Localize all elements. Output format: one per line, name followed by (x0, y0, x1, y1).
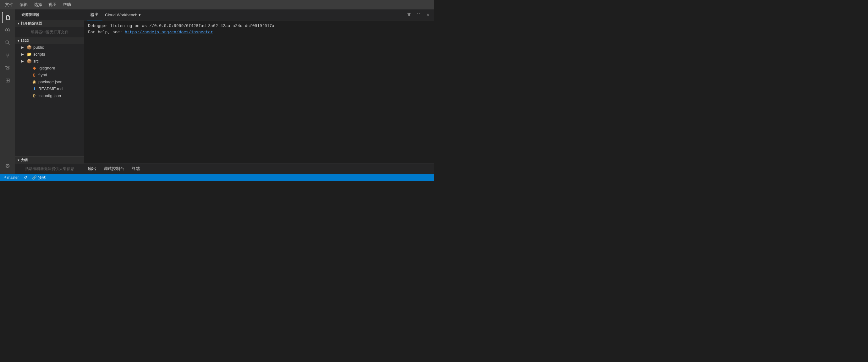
gitignore-icon: ◆ (31, 65, 37, 71)
gitignore-label: .gitignore (38, 66, 55, 70)
output-dropdown-arrow: ▾ (138, 12, 141, 17)
activity-settings[interactable]: ⚙ (2, 160, 13, 172)
menu-edit[interactable]: 编辑 (17, 1, 30, 8)
open-editors-section: ▾ 打开的编辑器 编辑器中暂无打开文件 (15, 20, 84, 37)
tree-item-scripts[interactable]: ▶ 📁 scripts (15, 51, 84, 58)
readme-label: README.md (38, 86, 63, 91)
output-line-2-prefix: For help, see: (88, 30, 125, 35)
src-label: src (33, 59, 39, 63)
outline-label: 大纲 (21, 158, 28, 162)
tree-item-src[interactable]: ▶ 📦 src (15, 58, 84, 64)
status-preview[interactable]: 🔗 预览 (31, 174, 47, 181)
tree-item-gitignore[interactable]: ▶ ◆ .gitignore (15, 64, 84, 71)
open-editors-label: 打开的编辑器 (21, 21, 42, 26)
activity-search[interactable] (2, 37, 13, 49)
git-branch-label: master (7, 175, 19, 180)
fyml-label: f.yml (38, 72, 47, 77)
output-close-button[interactable]: ✕ (425, 11, 432, 18)
output-panel: 输出 Cloud Workbench ▾ (84, 9, 434, 174)
public-chevron: ▶ (21, 46, 26, 49)
menu-view[interactable]: 视图 (46, 1, 59, 8)
main-area: ⑂ ⊞ ⚙ 资源管理器 ▾ 打开的编辑器 编辑器中暂无打开文件 (0, 9, 434, 174)
public-label: public (33, 45, 44, 50)
file-tree-root-header[interactable]: ▾ 1323 (15, 37, 84, 44)
public-folder-icon: 📦 (26, 44, 32, 50)
menu-select[interactable]: 选择 (31, 1, 44, 8)
file-tree-chevron: ▾ (18, 39, 20, 42)
output-source-label: Cloud Workbench (105, 12, 137, 17)
tab-output[interactable]: 输出 (84, 163, 100, 174)
menu-file[interactable]: 文件 (2, 1, 16, 8)
activity-git[interactable]: ⑂ (2, 50, 13, 61)
sync-icon: ↺ (24, 175, 27, 180)
file-tree: ▾ 1323 ▶ 📦 public ▶ 📁 scripts ▶ (15, 37, 84, 156)
output-line-1: Debugger listening on ws://0.0.0.0:9999/… (88, 23, 430, 29)
menu-bar: 文件 编辑 选择 视图 帮助 (0, 0, 434, 9)
open-editors-header[interactable]: ▾ 打开的编辑器 (15, 20, 84, 27)
output-content: Debugger listening on ws://0.0.0.0:9999/… (84, 21, 434, 163)
output-line-2: For help, see: https://nodejs.org/en/doc… (88, 29, 430, 35)
outline-empty: 活动编辑器无法提供大纲信息 (15, 164, 84, 174)
preview-link-icon: 🔗 (32, 175, 37, 180)
status-branch[interactable]: ⑂ master (2, 174, 20, 181)
open-editors-empty: 编辑器中暂无打开文件 (15, 27, 84, 37)
output-clear-button[interactable] (406, 11, 413, 18)
tree-item-public[interactable]: ▶ 📦 public (15, 44, 84, 51)
tree-item-readme[interactable]: ▶ ℹ README.md (15, 85, 84, 92)
sidebar-title: 资源管理器 (15, 9, 84, 20)
output-source-dropdown[interactable]: Cloud Workbench ▾ (105, 12, 141, 17)
activity-explorer[interactable] (2, 12, 13, 23)
file-tree-root-label: 1323 (21, 39, 29, 42)
tree-item-tsconfig[interactable]: ▶ {} tsconfig.json (15, 92, 84, 99)
tree-item-fyml[interactable]: ▶ {} f.yml (15, 71, 84, 78)
tsconfig-label: tsconfig.json (38, 93, 61, 98)
tsconfig-icon: {} (31, 93, 37, 98)
outline-section: ▾ 大纲 活动编辑器无法提供大纲信息 (15, 156, 84, 174)
status-sync[interactable]: ↺ (23, 174, 28, 181)
activity-extensions[interactable]: ⊞ (2, 75, 13, 86)
readme-icon: ℹ (31, 86, 37, 91)
output-header: 输出 Cloud Workbench ▾ (84, 9, 434, 21)
git-branch-icon: ⑂ (4, 175, 6, 180)
activity-file[interactable] (2, 25, 13, 36)
scripts-folder-icon: 📁 (26, 51, 32, 57)
activity-debug[interactable] (2, 62, 13, 73)
open-editors-chevron: ▾ (18, 22, 20, 25)
output-actions: ✕ (406, 11, 432, 18)
output-tab-output[interactable]: 输出 (87, 9, 102, 21)
outline-chevron: ▾ (18, 158, 20, 162)
outline-header[interactable]: ▾ 大纲 (15, 156, 84, 164)
scripts-label: scripts (33, 52, 45, 57)
tree-item-packagejson[interactable]: ▶ ◉ package.json (15, 78, 84, 85)
tab-debug-console[interactable]: 调试控制台 (100, 163, 128, 174)
activity-bar: ⑂ ⊞ ⚙ (0, 9, 15, 174)
src-chevron: ▶ (21, 59, 26, 63)
preview-label: 预览 (38, 175, 45, 180)
output-maximize-button[interactable] (415, 11, 422, 18)
editor-area: 输出 Cloud Workbench ▾ (84, 9, 434, 174)
src-folder-icon: 📦 (26, 58, 32, 64)
output-inspector-link[interactable]: https://nodejs.org/en/docs/inspector (125, 30, 213, 35)
scripts-chevron: ▶ (21, 53, 26, 56)
packagejson-icon: ◉ (31, 79, 37, 85)
tab-terminal[interactable]: 终端 (128, 163, 144, 174)
packagejson-label: package.json (38, 80, 63, 84)
app-container: 文件 编辑 选择 视图 帮助 ⑂ (0, 0, 434, 181)
bottom-tabs: 输出 调试控制台 终端 (84, 163, 434, 174)
status-bar: ⑂ master ↺ 🔗 预览 (0, 174, 434, 181)
menu-help[interactable]: 帮助 (60, 1, 73, 8)
sidebar: 资源管理器 ▾ 打开的编辑器 编辑器中暂无打开文件 ▾ 1323 ▶ 📦 (15, 9, 84, 174)
fyml-icon: {} (31, 72, 37, 78)
